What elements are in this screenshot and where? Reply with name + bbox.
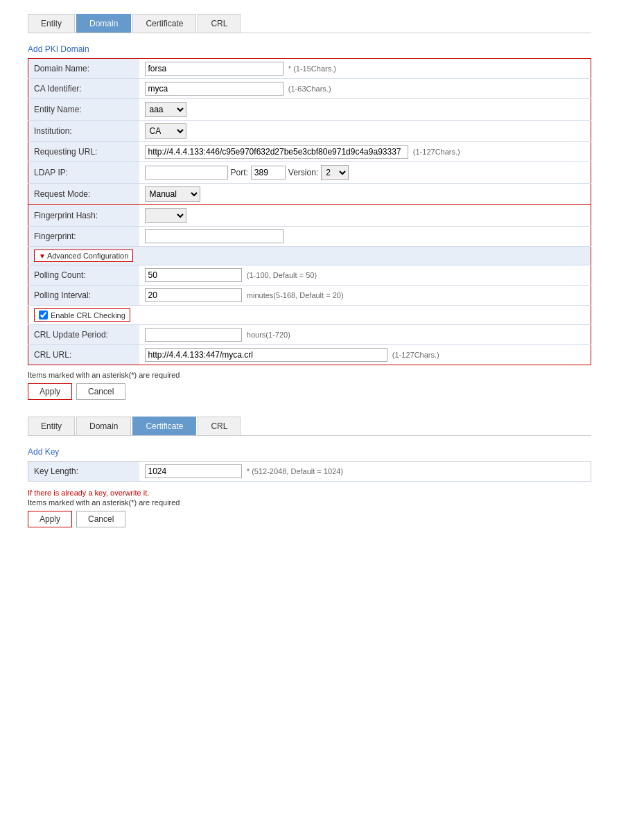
- polling-interval-hint: minutes(5-168, Default = 20): [247, 291, 344, 299]
- key-length-input[interactable]: [145, 464, 242, 478]
- crl-update-period-cell: hours(1-720): [139, 325, 591, 345]
- institution-label: Institution:: [28, 121, 139, 142]
- version-select[interactable]: 2: [321, 165, 349, 180]
- row-polling-interval: Polling Interval: minutes(5-168, Default…: [28, 286, 591, 306]
- crl-url-cell: (1-127Chars.): [139, 345, 591, 365]
- tab-entity-2[interactable]: Entity: [28, 417, 75, 435]
- row-fingerprint: Fingerprint:: [28, 227, 591, 247]
- request-mode-label: Request Mode:: [28, 184, 139, 205]
- polling-interval-label: Polling Interval:: [28, 286, 139, 306]
- section1-title: Add PKI Domain: [28, 44, 591, 54]
- row-ca-identifier: CA Identifier: (1-63Chars.): [28, 79, 591, 99]
- row-polling-count: Polling Count: (1-100, Default = 50): [28, 265, 591, 286]
- apply-button-2[interactable]: Apply: [28, 511, 72, 527]
- row-fingerprint-hash: Fingerprint Hash:: [28, 205, 591, 227]
- domain-name-label: Domain Name:: [28, 59, 139, 79]
- port-label: Port:: [231, 168, 248, 177]
- requesting-url-input[interactable]: [145, 145, 408, 159]
- advanced-config-toggle[interactable]: ▼ Advanced Configuration: [34, 250, 133, 262]
- section2-title: Add Key: [28, 447, 591, 457]
- port-input[interactable]: [251, 166, 286, 180]
- domain-name-input[interactable]: [145, 62, 284, 76]
- ldap-ip-label: LDAP IP:: [28, 162, 139, 184]
- row-crl-url: CRL URL: (1-127Chars.): [28, 345, 591, 365]
- tab-bar-1: Entity Domain Certificate CRL: [28, 14, 591, 33]
- crl-update-period-input[interactable]: [145, 328, 242, 342]
- btn-row-2: Apply Cancel: [28, 511, 591, 527]
- tab-certificate-2[interactable]: Certificate: [132, 417, 196, 435]
- polling-count-hint: (1-100, Default = 50): [247, 271, 317, 279]
- tab-crl-1[interactable]: CRL: [198, 14, 241, 33]
- ca-identifier-input[interactable]: [145, 82, 284, 96]
- row-key-length: Key Length: * (512-2048, Default = 1024): [28, 462, 591, 482]
- crl-update-period-label: CRL Update Period:: [28, 325, 139, 345]
- arrow-down-icon: ▼: [39, 252, 46, 260]
- tab-certificate-1[interactable]: Certificate: [132, 14, 196, 33]
- requesting-url-hint: (1-127Chars.): [413, 148, 460, 156]
- crl-update-period-hint: hours(1-720): [247, 331, 290, 339]
- tab-entity-1[interactable]: Entity: [28, 14, 75, 33]
- row-crl-update-period: CRL Update Period: hours(1-720): [28, 325, 591, 345]
- polling-count-label: Polling Count:: [28, 265, 139, 286]
- key-length-label: Key Length:: [28, 462, 139, 482]
- row-request-mode: Request Mode: Manual: [28, 184, 591, 205]
- ca-identifier-cell: (1-63Chars.): [139, 79, 591, 99]
- request-mode-select[interactable]: Manual: [145, 186, 200, 202]
- key-length-hint: * (512-2048, Default = 1024): [247, 467, 343, 475]
- fingerprint-hash-select[interactable]: [145, 208, 186, 223]
- entity-name-cell: aaa: [139, 99, 591, 121]
- entity-name-select[interactable]: aaa: [145, 102, 186, 117]
- institution-select[interactable]: CA: [145, 123, 186, 139]
- polling-interval-input[interactable]: [145, 288, 242, 302]
- ca-identifier-hint: (1-63Chars.): [288, 85, 331, 93]
- row-ldap-ip: LDAP IP: Port: Version: 2: [28, 162, 591, 184]
- row-advanced-config: ▼ Advanced Configuration: [28, 247, 591, 265]
- crl-url-hint: (1-127Chars.): [392, 351, 439, 359]
- overwrite-notice: If there is already a key, overwrite it.: [28, 487, 591, 498]
- fingerprint-hash-label: Fingerprint Hash:: [28, 205, 139, 227]
- row-domain-name: Domain Name: * (1-15Chars.): [28, 59, 591, 79]
- row-entity-name: Entity Name: aaa: [28, 99, 591, 121]
- request-mode-cell: Manual: [139, 184, 591, 205]
- entity-name-label: Entity Name:: [28, 99, 139, 121]
- required-note-2: Items marked with an asterisk(*) are req…: [28, 498, 591, 507]
- fingerprint-input[interactable]: [145, 229, 284, 243]
- requesting-url-label: Requesting URL:: [28, 142, 139, 162]
- key-length-cell: * (512-2048, Default = 1024): [139, 462, 591, 482]
- tab-domain-1[interactable]: Domain: [76, 14, 131, 33]
- polling-count-input[interactable]: [145, 268, 242, 282]
- tab-crl-2[interactable]: CRL: [198, 417, 241, 435]
- apply-button-1[interactable]: Apply: [28, 383, 72, 400]
- domain-name-cell: * (1-15Chars.): [139, 59, 591, 79]
- crl-url-label: CRL URL:: [28, 345, 139, 365]
- ldap-ip-input[interactable]: [145, 166, 228, 180]
- polling-count-cell: (1-100, Default = 50): [139, 265, 591, 286]
- cancel-button-1[interactable]: Cancel: [76, 383, 125, 400]
- fingerprint-cell: [139, 227, 591, 247]
- btn-row-1: Apply Cancel: [28, 383, 591, 400]
- tab-bar-2: Entity Domain Certificate CRL: [28, 417, 591, 436]
- requesting-url-cell: (1-127Chars.): [139, 142, 591, 162]
- polling-interval-cell: minutes(5-168, Default = 20): [139, 286, 591, 306]
- domain-form-table: Domain Name: * (1-15Chars.) CA Identifie…: [28, 58, 591, 365]
- ca-identifier-label: CA Identifier:: [28, 79, 139, 99]
- row-institution: Institution: CA: [28, 121, 591, 142]
- ldap-ip-cell: Port: Version: 2: [139, 162, 591, 184]
- version-label: Version:: [288, 168, 318, 177]
- cancel-button-2[interactable]: Cancel: [76, 511, 125, 527]
- enable-crl-label: Enable CRL Checking: [51, 311, 125, 320]
- fingerprint-hash-cell: [139, 205, 591, 227]
- row-requesting-url: Requesting URL: (1-127Chars.): [28, 142, 591, 162]
- row-enable-crl: Enable CRL Checking: [28, 306, 591, 325]
- crl-url-input[interactable]: [145, 348, 387, 362]
- advanced-config-label: Advanced Configuration: [47, 252, 128, 260]
- enable-crl-checkbox[interactable]: [39, 310, 48, 320]
- required-note-1: Items marked with an asterisk(*) are req…: [28, 371, 591, 379]
- enable-crl-toggle[interactable]: Enable CRL Checking: [34, 308, 130, 322]
- domain-name-hint: * (1-15Chars.): [288, 64, 336, 73]
- tab-domain-2[interactable]: Domain: [76, 417, 131, 435]
- certificate-form-table: Key Length: * (512-2048, Default = 1024): [28, 461, 591, 482]
- fingerprint-label: Fingerprint:: [28, 227, 139, 247]
- institution-cell: CA: [139, 121, 591, 142]
